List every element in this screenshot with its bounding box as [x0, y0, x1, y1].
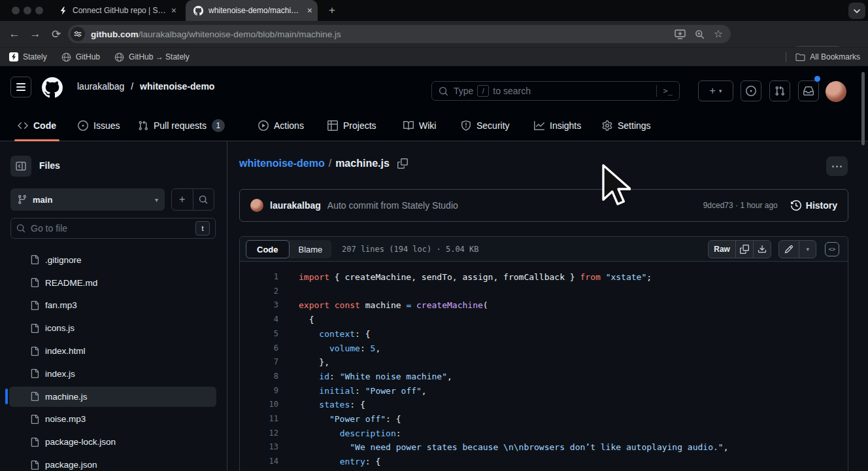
line-number[interactable]: 12: [240, 427, 278, 441]
zoom-icon[interactable]: [695, 29, 705, 39]
commit-sha-time[interactable]: 9dced73 · 1 hour ago: [703, 201, 778, 210]
files-title: Files: [39, 160, 60, 171]
line-number[interactable]: 11: [240, 412, 278, 427]
global-search-input[interactable]: Type / to search >_: [431, 81, 680, 101]
history-link[interactable]: History: [791, 200, 837, 211]
line-number[interactable]: 5: [240, 327, 278, 341]
forward-icon[interactable]: →: [26, 27, 44, 41]
repo-tab-pull-requests[interactable]: Pull requests1: [133, 114, 229, 137]
stately-icon: [59, 7, 67, 15]
repo-link[interactable]: whitenoise-demo: [140, 81, 214, 92]
open-in-app-icon[interactable]: [675, 29, 686, 39]
repo-tab-issues[interactable]: Issues: [73, 114, 124, 137]
issues-icon-button[interactable]: [741, 80, 761, 101]
commit-author-avatar[interactable]: [250, 199, 263, 212]
github-logo[interactable]: [42, 77, 63, 98]
line-number[interactable]: 8: [240, 370, 278, 384]
pull-requests-icon-button[interactable]: [769, 80, 790, 101]
file-item-.gitignore[interactable]: .gitignore: [0, 249, 227, 271]
create-new-button[interactable]: +▾: [698, 80, 733, 101]
code-line-9: 9 initial: "Power off",: [240, 384, 848, 398]
code-content[interactable]: 1import { createMachine, sendTo, assign,…: [240, 262, 848, 469]
repo-tab-security[interactable]: Security: [456, 114, 514, 137]
repo-tab-code[interactable]: Code: [13, 114, 61, 137]
tab-code[interactable]: Code: [246, 240, 290, 258]
globe-icon: [61, 52, 71, 62]
line-number[interactable]: 7: [240, 355, 278, 370]
line-number[interactable]: 9: [240, 384, 278, 398]
stately-icon: [9, 52, 18, 61]
file-item-package.json[interactable]: package.json: [0, 453, 227, 471]
site-settings-icon[interactable]: [71, 27, 85, 41]
file-item-machine.js[interactable]: machine.js: [0, 385, 227, 408]
selected-indicator: [5, 389, 8, 404]
line-number[interactable]: 13: [240, 440, 278, 455]
raw-button[interactable]: Raw: [709, 241, 735, 258]
breadcrumb-repo-link[interactable]: whitenoise-demo: [239, 158, 325, 169]
repo-tab-settings[interactable]: Settings: [597, 114, 656, 137]
file-item-noise.mp3[interactable]: noise.mp3: [0, 408, 227, 431]
window-minimize-button[interactable]: [24, 7, 31, 14]
copy-path-icon[interactable]: [397, 158, 408, 169]
go-to-file-input[interactable]: Go to file t: [10, 218, 216, 239]
repo-tab-wiki[interactable]: Wiki: [399, 114, 441, 137]
branch-selector[interactable]: main ▾: [10, 188, 165, 211]
reload-icon[interactable]: ⟳: [47, 27, 65, 41]
tab-close-icon[interactable]: ×: [171, 6, 176, 15]
edit-dropdown-chevron-icon[interactable]: ▾: [799, 241, 816, 258]
browser-window: Connect GitHub repo | Stately × whitenoi…: [0, 0, 868, 471]
line-number[interactable]: 14: [240, 455, 278, 469]
line-number[interactable]: 4: [240, 313, 278, 327]
line-number[interactable]: 2: [240, 285, 278, 299]
line-number[interactable]: 6: [240, 341, 278, 356]
inbox-icon-button[interactable]: [798, 80, 819, 101]
tab-blame[interactable]: Blame: [290, 240, 332, 258]
tab-stately[interactable]: Connect GitHub repo | Stately ×: [51, 0, 182, 21]
download-icon[interactable]: [753, 241, 771, 258]
tab-github[interactable]: whitenoise-demo/machine.js ×: [186, 0, 318, 21]
edit-pencil-icon[interactable]: [779, 241, 799, 258]
bookmark-stately[interactable]: Stately: [9, 52, 47, 61]
file-item-fan.mp3[interactable]: fan.mp3: [0, 294, 227, 317]
tab-close-icon[interactable]: ×: [307, 6, 312, 15]
all-bookmarks-button[interactable]: All Bookmarks: [795, 52, 860, 61]
file-item-index.html[interactable]: index.html: [0, 340, 227, 362]
bookmark-github-stately[interactable]: GitHub → Stately: [114, 52, 190, 62]
bookmark-star-icon[interactable]: ☆: [714, 29, 723, 39]
user-avatar[interactable]: [826, 81, 846, 102]
file-item-index.js[interactable]: index.js: [0, 362, 227, 385]
file-item-README.md[interactable]: README.md: [0, 271, 227, 294]
window-zoom-button[interactable]: [35, 7, 43, 14]
symbols-panel-button[interactable]: <>: [825, 242, 839, 256]
repo-tab-insights[interactable]: Insights: [529, 114, 586, 137]
bookmark-github[interactable]: GitHub: [61, 52, 100, 62]
file-view: whitenoise-demo / machine.js laurakalbag…: [227, 141, 868, 471]
new-tab-button[interactable]: +: [324, 3, 340, 18]
copy-file-icon[interactable]: [735, 241, 753, 258]
address-bar[interactable]: github.com/laurakalbag/whitenoise-demo/b…: [68, 25, 731, 43]
line-number[interactable]: 1: [240, 270, 278, 285]
code-line-4: 4 {: [240, 313, 848, 327]
repo-tab-projects[interactable]: Projects: [323, 114, 381, 137]
file-icon: [30, 392, 39, 401]
new-file-button[interactable]: +: [172, 189, 193, 210]
commit-author[interactable]: laurakalbag: [270, 200, 321, 211]
commit-message[interactable]: Auto commit from Stately Studio: [327, 200, 458, 211]
hamburger-menu-button[interactable]: [10, 77, 31, 97]
command-palette-button[interactable]: >_: [656, 82, 679, 100]
owner-link[interactable]: laurakalbag: [77, 81, 124, 92]
line-number[interactable]: 10: [240, 398, 278, 412]
url-text[interactable]: github.com/laurakalbag/whitenoise-demo/b…: [91, 29, 675, 39]
file-item-package-lock.json[interactable]: package-lock.json: [0, 430, 227, 453]
search-files-button[interactable]: [193, 189, 214, 210]
collapse-sidebar-button[interactable]: [10, 156, 31, 177]
repo-tab-actions[interactable]: Actions: [254, 114, 309, 137]
back-icon[interactable]: ←: [5, 27, 24, 41]
line-number[interactable]: 3: [240, 298, 278, 313]
window-close-button[interactable]: [12, 7, 20, 14]
more-options-button[interactable]: [826, 156, 848, 176]
page-scrollbar-thumb[interactable]: [861, 72, 865, 145]
file-item-icons.js[interactable]: icons.js: [0, 317, 227, 340]
tab-search-chevron-button[interactable]: [848, 3, 865, 19]
pr-icon: [138, 120, 148, 131]
